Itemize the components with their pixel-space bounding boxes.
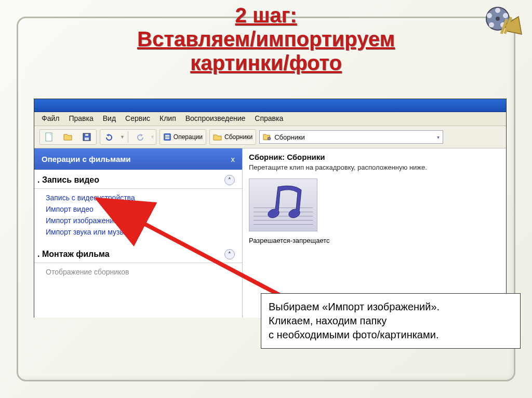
new-file-icon[interactable]	[41, 131, 58, 143]
close-icon[interactable]: x	[231, 155, 235, 163]
note-line-3: с необходимыми фото/картинками.	[269, 329, 438, 340]
svg-rect-14	[165, 135, 169, 136]
redo-icon[interactable]	[131, 131, 148, 143]
chevron-up-icon[interactable]: ˄	[224, 175, 235, 185]
svg-point-4	[489, 22, 494, 28]
link-capture-device[interactable]: Запись с видеоустройства	[46, 192, 235, 203]
title-line-3: картинки/фото	[190, 51, 342, 74]
collections-label: Сборники	[224, 133, 252, 141]
section-title-text: Запись видео	[42, 175, 99, 184]
divider	[128, 131, 128, 143]
record-video-links: Запись с видеоустройства Импорт видео Им…	[34, 189, 242, 244]
task-pane-header: Операции с фильмами x	[34, 148, 242, 170]
menubar: Файл Правка Вид Сервис Клип Воспроизведе…	[34, 112, 506, 126]
collection-combo[interactable]: Сборники ▾	[259, 130, 443, 144]
menu-edit[interactable]: Правка	[69, 114, 93, 122]
combo-selected: Сборники	[274, 133, 305, 141]
collection-pane: Сборник: Сборники Перетащите клип на рас…	[243, 148, 506, 318]
task-pane: Операции с фильмами x . Запись видео ˄ З…	[34, 148, 243, 318]
svg-point-5	[487, 13, 492, 18]
svg-point-17	[268, 137, 271, 140]
svg-point-6	[496, 17, 500, 21]
instruction-note: Выбираем «Импорт изображений». Кликаем, …	[261, 293, 521, 349]
section-num: .	[37, 250, 39, 258]
toolbar: ▼ ▼ Операции Сборники	[34, 126, 506, 148]
collection-subtitle: Перетащите клип на раскадровку, располож…	[249, 163, 500, 171]
movie-maker-icon	[481, 4, 523, 40]
tasks-button[interactable]: Операции	[159, 129, 206, 145]
link-import-audio[interactable]: Импорт звука или музыки	[46, 226, 235, 238]
chevron-up-icon[interactable]: ˄	[224, 249, 235, 259]
task-pane-title: Операции с фильмами	[42, 155, 131, 163]
svg-point-2	[503, 13, 508, 18]
dropdown-icon[interactable]: ▼	[120, 134, 125, 140]
menu-view[interactable]: Вид	[103, 114, 116, 122]
svg-rect-15	[165, 136, 169, 138]
slide: 2 шаг: Вставляем/импортируем картинки/фо…	[0, 0, 532, 398]
menu-play[interactable]: Воспроизведение	[185, 114, 246, 122]
audio-clip-thumb[interactable]	[249, 179, 317, 231]
section-record-video[interactable]: . Запись видео ˄	[34, 170, 242, 189]
svg-rect-12	[85, 134, 88, 136]
section-num: .	[37, 175, 39, 184]
file-group	[39, 129, 97, 145]
menu-clip[interactable]: Клип	[159, 114, 176, 122]
dropdown-icon: ▼	[150, 134, 155, 140]
clip-caption: Разрешается-запрещаетс	[249, 237, 500, 244]
collections-button[interactable]: Сборники	[209, 129, 256, 145]
save-icon[interactable]	[78, 131, 95, 143]
title-line-1: 2 шаг:	[235, 4, 297, 26]
menu-file[interactable]: Файл	[42, 114, 59, 122]
section-title-text: Монтаж фильма	[42, 250, 110, 258]
link-import-images[interactable]: Импорт изображений	[46, 215, 235, 226]
menu-help[interactable]: Справка	[255, 114, 283, 122]
app-screenshot: Файл Правка Вид Сервис Клип Воспроизведе…	[34, 99, 507, 318]
chevron-down-icon[interactable]: ▾	[437, 134, 440, 140]
note-line-2: Кликаем, находим папку	[269, 315, 387, 326]
menu-tools[interactable]: Сервис	[125, 114, 150, 122]
music-note-icon	[249, 179, 317, 231]
svg-rect-11	[85, 138, 89, 140]
window-titlebar	[34, 99, 506, 112]
undo-group: ▼ ▼	[100, 129, 156, 145]
svg-rect-16	[165, 138, 169, 139]
collection-title: Сборник: Сборники	[249, 153, 500, 161]
link-show-collections[interactable]: Отображение сборников	[46, 266, 235, 278]
undo-icon[interactable]	[101, 131, 118, 143]
page-title: 2 шаг: Вставляем/импортируем картинки/фо…	[0, 3, 532, 75]
work-area: Операции с фильмами x . Запись видео ˄ З…	[34, 148, 506, 318]
edit-movie-links: Отображение сборников	[34, 263, 242, 284]
link-import-video[interactable]: Импорт видео	[46, 203, 235, 215]
svg-point-1	[495, 8, 500, 13]
open-folder-icon[interactable]	[60, 131, 76, 143]
title-line-2: Вставляем/импортируем	[137, 28, 395, 50]
section-edit-movie[interactable]: . Монтаж фильма ˄	[34, 244, 242, 263]
folder-film-icon	[263, 133, 271, 141]
operations-label: Операции	[174, 133, 203, 141]
note-line-1: Выбираем «Импорт изображений».	[269, 301, 440, 312]
